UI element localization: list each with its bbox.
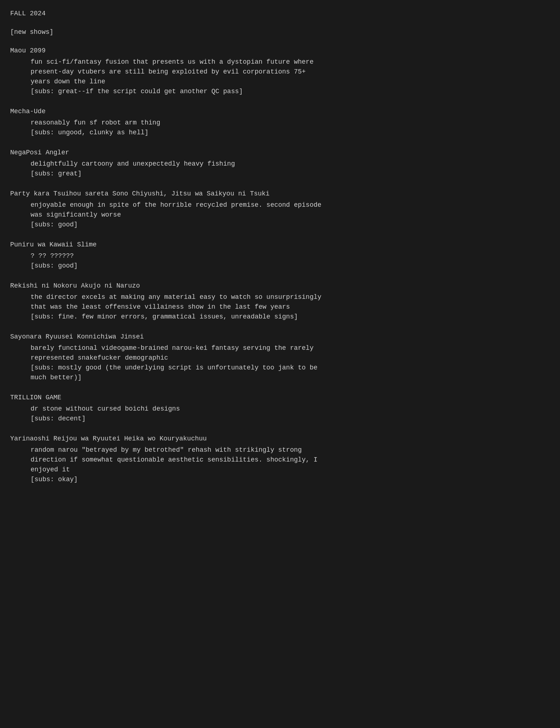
show-block-negaposi: NegaPosi Angler delightfully cartoony an…	[10, 148, 550, 179]
show-block-rekishi: Rekishi ni Nokoru Akujo ni Naruzo the di…	[10, 281, 550, 322]
show-block-yarinaoshi: Yarinaoshi Reijou wa Ryuutei Heika wo Ko…	[10, 434, 550, 484]
show-title-puniru: Puniru wa Kawaii Slime	[10, 240, 550, 250]
desc-line-2: that was the least offensive villainess …	[31, 302, 550, 312]
show-description-rekishi: the director excels at making any materi…	[10, 292, 550, 312]
show-description-mecha-ude: reasonably fun sf robot arm thing	[10, 118, 550, 128]
subs-party-kara: [subs: good]	[10, 220, 550, 230]
show-title-yarinaoshi: Yarinaoshi Reijou wa Ryuutei Heika wo Ko…	[10, 434, 550, 444]
desc-line-3: years down the line	[31, 77, 550, 87]
show-title-mecha-ude: Mecha-Ude	[10, 107, 550, 116]
desc-line-1: dr stone without cursed boichi designs	[31, 404, 550, 414]
show-title-party-kara: Party kara Tsuihou sareta Sono Chiyushi,…	[10, 189, 550, 199]
desc-line-2: was significantly worse	[31, 210, 550, 220]
show-description-party-kara: enjoyable enough in spite of the horribl…	[10, 200, 550, 220]
show-block-sayonara: Sayonara Ryuusei Konnichiwa Jinsei barel…	[10, 332, 550, 383]
show-description-maou-2099: fun sci-fi/fantasy fusion that presents …	[10, 57, 550, 87]
subs-mecha-ude: [subs: ungood, clunky as hell]	[10, 128, 550, 138]
subs-sayonara-line1: [subs: mostly good (the underlying scrip…	[10, 363, 550, 373]
desc-line-1: ? ?? ??????	[31, 251, 550, 261]
subs-negaposi: [subs: great]	[10, 169, 550, 179]
subs-rekishi: [subs: fine. few minor errors, grammatic…	[10, 312, 550, 322]
show-block-trillion-game: TRILLION GAME dr stone without cursed bo…	[10, 393, 550, 424]
desc-line-1: enjoyable enough in spite of the horribl…	[31, 200, 550, 210]
show-description-negaposi: delightfully cartoony and unexpectedly h…	[10, 159, 550, 169]
show-block-maou-2099: Maou 2099 fun sci-fi/fantasy fusion that…	[10, 46, 550, 96]
show-description-puniru: ? ?? ??????	[10, 251, 550, 261]
show-description-trillion-game: dr stone without cursed boichi designs	[10, 404, 550, 414]
show-description-yarinaoshi: random narou "betrayed by my betrothed" …	[10, 445, 550, 475]
show-title-rekishi: Rekishi ni Nokoru Akujo ni Naruzo	[10, 281, 550, 291]
page-title: FALL 2024	[10, 9, 550, 19]
subs-sayonara-line2: much better)]	[10, 373, 550, 383]
show-title-trillion-game: TRILLION GAME	[10, 393, 550, 403]
show-description-sayonara: barely functional videogame-brained naro…	[10, 343, 550, 363]
subs-trillion-game: [subs: decent]	[10, 414, 550, 424]
desc-line-1: reasonably fun sf robot arm thing	[31, 118, 550, 128]
subs-yarinaoshi: [subs: okay]	[10, 475, 550, 484]
section-header: [new shows]	[10, 27, 550, 37]
subs-maou-2099: [subs: great--if the script could get an…	[10, 87, 550, 96]
show-block-puniru: Puniru wa Kawaii Slime ? ?? ?????? [subs…	[10, 240, 550, 271]
show-block-mecha-ude: Mecha-Ude reasonably fun sf robot arm th…	[10, 107, 550, 138]
desc-line-3: enjoyed it	[31, 465, 550, 475]
show-title-sayonara: Sayonara Ryuusei Konnichiwa Jinsei	[10, 332, 550, 342]
show-block-party-kara: Party kara Tsuihou sareta Sono Chiyushi,…	[10, 189, 550, 230]
desc-line-1: barely functional videogame-brained naro…	[31, 343, 550, 353]
desc-line-1: the director excels at making any materi…	[31, 292, 550, 302]
page-container: FALL 2024 [new shows] Maou 2099 fun sci-…	[10, 9, 550, 484]
desc-line-1: delightfully cartoony and unexpectedly h…	[31, 159, 550, 169]
show-title-negaposi: NegaPosi Angler	[10, 148, 550, 158]
desc-line-2: represented snakefucker demographic	[31, 353, 550, 363]
subs-puniru: [subs: good]	[10, 261, 550, 271]
show-title-maou-2099: Maou 2099	[10, 46, 550, 56]
desc-line-1: fun sci-fi/fantasy fusion that presents …	[31, 57, 550, 67]
desc-line-2: direction if somewhat questionable aesth…	[31, 455, 550, 465]
desc-line-2: present-day vtubers are still being expl…	[31, 67, 550, 77]
desc-line-1: random narou "betrayed by my betrothed" …	[31, 445, 550, 455]
